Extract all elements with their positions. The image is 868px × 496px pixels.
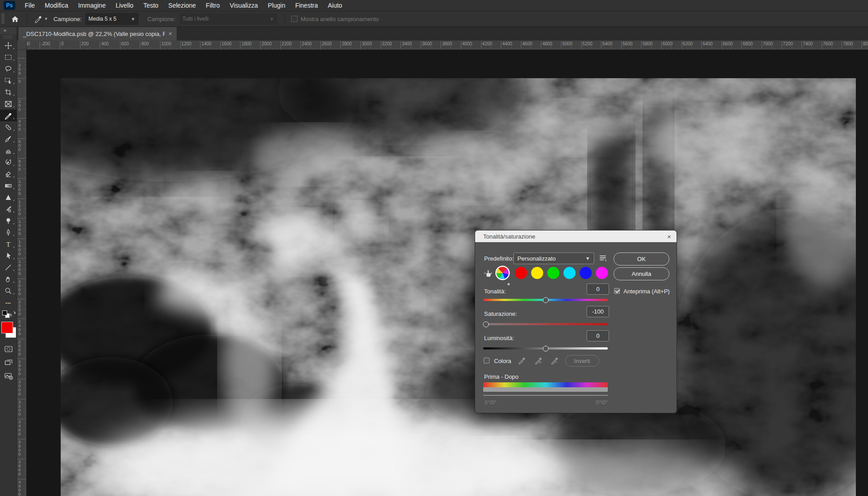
toolbar-collapse-button[interactable]: » — [0, 27, 17, 34]
ruler-tick — [25, 363, 26, 363]
tool-object-selection[interactable] — [0, 75, 17, 86]
ruler-tick — [18, 439, 26, 439]
ruler-tick — [25, 265, 26, 265]
tool-gradient[interactable] — [0, 180, 17, 191]
tool-eyedropper[interactable] — [0, 110, 17, 121]
tool-hand[interactable] — [0, 273, 17, 285]
ruler-tick — [25, 481, 26, 481]
tool-clone-stamp[interactable] — [0, 145, 17, 156]
tool-dodge[interactable] — [0, 215, 17, 226]
default-swap-colors[interactable] — [0, 309, 17, 320]
saturation-slider-track[interactable] — [483, 323, 608, 325]
saturation-value-field[interactable]: -100 — [587, 306, 609, 317]
tool-healing-brush[interactable] — [0, 121, 17, 133]
preview-checkbox[interactable] — [614, 288, 620, 294]
menu-filtro[interactable]: Filtro — [201, 0, 225, 11]
ruler-label: 5200 — [583, 41, 592, 46]
ruler-tick — [25, 441, 26, 441]
ruler-label: 2 6 0 0 — [18, 340, 21, 356]
channel-cyan-button[interactable] — [564, 267, 576, 279]
screen-mode-button[interactable] — [0, 356, 17, 369]
tool-blur[interactable] — [0, 191, 17, 203]
tool-lasso[interactable] — [0, 63, 17, 75]
ruler-tick — [296, 48, 297, 49]
lightness-slider-handle[interactable] — [543, 345, 548, 351]
tool-zoom[interactable] — [0, 285, 17, 297]
tab-close-icon[interactable]: × — [169, 30, 172, 37]
default-colors-icon[interactable] — [2, 310, 7, 315]
menu-aiuto[interactable]: Aiuto — [323, 0, 347, 11]
tool-marquee[interactable] — [0, 51, 17, 63]
ruler-tick — [208, 48, 209, 49]
quick-mask-button[interactable] — [0, 342, 17, 356]
channel-red-button[interactable] — [515, 267, 527, 279]
tool-brush[interactable] — [0, 133, 17, 145]
sample-size-select[interactable]: Media 5 x 5▼ — [85, 13, 138, 25]
preset-menu-icon[interactable] — [598, 253, 607, 262]
ruler-tick — [455, 48, 455, 49]
tool-line[interactable] — [0, 261, 17, 273]
ok-button[interactable]: OK — [614, 252, 669, 266]
preset-select[interactable]: Personalizzato▼ — [513, 252, 594, 264]
ruler-tick — [571, 47, 571, 49]
ruler-tick — [158, 48, 159, 49]
menu-plugin[interactable]: Plugin — [263, 0, 290, 11]
ruler-tick — [25, 261, 26, 261]
tool-frame[interactable] — [0, 98, 17, 110]
toolbar-grip[interactable] — [4, 35, 13, 39]
tool-mixer-brush[interactable] — [0, 203, 17, 215]
channel-green-button[interactable] — [548, 267, 560, 279]
menu-testo[interactable]: Testo — [138, 0, 163, 11]
ruler-tick — [326, 48, 327, 49]
tool-crop[interactable] — [0, 86, 17, 98]
hue-value-field[interactable]: 0 — [587, 283, 609, 295]
hue-slider-handle[interactable] — [543, 297, 548, 303]
lightness-slider[interactable] — [483, 345, 608, 353]
menu-selezione[interactable]: Selezione — [163, 0, 201, 11]
tool-type[interactable]: T — [0, 238, 17, 250]
channel-magenta-button[interactable] — [596, 267, 608, 279]
tool-eraser[interactable] — [0, 168, 17, 180]
image-plus-icon[interactable] — [0, 369, 17, 383]
channel-yellow-button[interactable] — [531, 267, 543, 279]
scrubby-hand-icon[interactable] — [483, 268, 493, 279]
cancel-button[interactable]: Annulla — [614, 267, 669, 280]
ruler-tick — [475, 48, 475, 49]
menu-finestra[interactable]: Finestra — [290, 0, 323, 11]
menu-livello[interactable]: Livello — [111, 0, 138, 11]
channel-master-button[interactable] — [497, 267, 509, 279]
hue-slider[interactable] — [483, 296, 608, 304]
tool-path-selection[interactable] — [0, 250, 17, 261]
lightness-value-field[interactable]: 0 — [587, 330, 609, 341]
dialog-close-icon[interactable]: × — [667, 233, 671, 240]
eyedropper-preset-icon[interactable]: ▼ — [31, 15, 51, 23]
menu-file[interactable]: File — [20, 0, 40, 11]
ruler-tick — [713, 48, 714, 49]
foreground-color-swatch[interactable] — [1, 322, 13, 333]
edit-toolbar-button[interactable]: ••• — [0, 298, 17, 308]
ruler-tick — [25, 313, 26, 313]
ruler-tick — [25, 491, 26, 492]
ruler-tick — [687, 48, 688, 49]
tool-pen[interactable] — [0, 226, 17, 238]
menu-immagine[interactable]: Immagine — [73, 0, 111, 11]
home-icon[interactable] — [8, 15, 22, 23]
tool-move[interactable] — [0, 40, 17, 51]
colorize-checkbox[interactable] — [484, 358, 490, 363]
ruler-tick — [563, 48, 563, 49]
tool-history-brush[interactable] — [0, 156, 17, 168]
options-grip[interactable] — [1, 13, 4, 24]
horizontal-ruler[interactable]: -400-20002004006008001000120014001600180… — [26, 40, 868, 50]
before-after-label: Prima - Dopo — [484, 373, 519, 380]
document-tab[interactable]: _DSC1710-Modifica.psb @ 22,2% (Valle pes… — [18, 27, 177, 40]
document-photo[interactable] — [61, 78, 856, 496]
saturation-slider-handle[interactable] — [483, 321, 489, 327]
dialog-title-bar[interactable]: Tonalità/saturazione × — [475, 230, 677, 242]
menu-modifica[interactable]: Modifica — [40, 0, 73, 11]
channel-blue-button[interactable] — [580, 267, 592, 279]
vertical-ruler[interactable]: - 2 0 002 0 04 0 06 0 08 0 01 0 0 01 2 0… — [17, 49, 27, 496]
swap-colors-icon[interactable] — [10, 310, 16, 317]
ruler-tick — [731, 47, 732, 49]
menu-visualizza[interactable]: Visualizza — [225, 0, 263, 11]
saturation-slider[interactable] — [483, 320, 608, 328]
